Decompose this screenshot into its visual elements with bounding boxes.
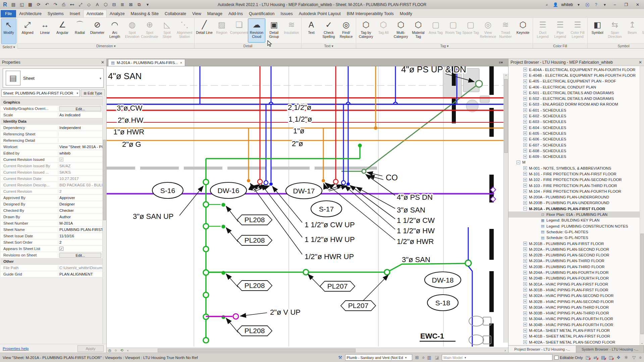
edit-button[interactable]: Edit... bbox=[59, 253, 101, 258]
aligned-dimension-icon[interactable]: ⤢ bbox=[77, 2, 84, 8]
user-icon[interactable]: 👤 bbox=[552, 2, 558, 8]
tree-scrollbar[interactable]: ⌄ bbox=[640, 66, 644, 345]
tag-icon[interactable]: ◇ bbox=[86, 2, 92, 8]
restore-button[interactable]: ❐ bbox=[622, 1, 631, 8]
browser-row[interactable]: ▤ Legend: PLUMBING CONSTRUCTION NOTES bbox=[508, 223, 644, 229]
close-view-icon[interactable]: × bbox=[180, 61, 182, 65]
ribbon-button[interactable]: ∠ Angular bbox=[54, 18, 71, 43]
property-row[interactable]: Current Revision Issued ... SK/KS SK/KS … bbox=[1, 169, 102, 176]
browser-row[interactable]: + E-503 - ENLARGED DORM ROOM AND RA ROOM bbox=[508, 102, 644, 107]
navigation-wheel-icon[interactable]: ◎ bbox=[107, 348, 113, 353]
horizontal-scrollbar[interactable] bbox=[131, 348, 502, 353]
close-icon[interactable]: ✕ bbox=[101, 60, 104, 65]
property-row[interactable]: Sheet Number M-201A M-201A ✓ bbox=[1, 220, 102, 227]
ribbon-button[interactable]: ☁ Revision Cloud bbox=[248, 18, 265, 43]
ribbon-tab[interactable]: Insert bbox=[67, 10, 83, 17]
tree-expander[interactable]: + bbox=[523, 329, 527, 333]
ribbon-panel-label[interactable]: Dimension ▾ bbox=[18, 43, 194, 48]
property-row[interactable]: Scale As indicated As indicated ✓ bbox=[1, 112, 102, 118]
tree-expander[interactable]: + bbox=[523, 149, 527, 153]
property-row[interactable]: Sheet Sort Order 2 2 ✓ bbox=[1, 239, 102, 246]
tree-expander[interactable]: + bbox=[523, 282, 527, 286]
ribbon-button[interactable]: ❏ Component bbox=[230, 18, 248, 43]
browser-row[interactable]: + M-304B - HVAC PIPING PLAN-FOURTH FLOOR bbox=[508, 322, 644, 327]
active-workset-dropdown[interactable]: Plumb - Sanitary and Vent (Not Ed▾ bbox=[345, 354, 412, 361]
ribbon-tab[interactable]: Add-Ins bbox=[225, 10, 246, 17]
tree-expander[interactable]: + bbox=[523, 97, 527, 101]
browser-row[interactable]: + E-606 - SCHEDULES bbox=[508, 136, 644, 142]
measure-icon[interactable]: ⊷ bbox=[69, 2, 75, 8]
browser-row[interactable]: + M-302B - HVAC PIPING PLAN-SECOND FLOOR bbox=[508, 299, 644, 304]
worksets-icon[interactable]: ⚒ bbox=[337, 355, 343, 360]
tree-expander[interactable]: + bbox=[523, 277, 527, 280]
tree-expander[interactable]: + bbox=[523, 305, 527, 309]
ribbon-tab[interactable]: Collaborate bbox=[162, 10, 189, 17]
ribbon-button[interactable]: ↥ Beam bbox=[624, 18, 641, 43]
browser-row[interactable]: + E-607 - SCHEDULES bbox=[508, 142, 644, 148]
redo-icon[interactable]: ↷ bbox=[52, 2, 58, 8]
tree-expander[interactable]: + bbox=[523, 155, 527, 159]
browser-row[interactable]: + M-401A - SHEET METAL PLAN-FIRST FLOOR bbox=[508, 327, 644, 333]
browser-row[interactable]: + M-303A - HVAC PIPING PLAN-THIRD FLOOR bbox=[508, 304, 644, 310]
ribbon-button[interactable]: ☰ Color Fill Legend bbox=[569, 18, 586, 43]
ribbon-panel-label[interactable]: Select ▾ bbox=[0, 45, 17, 49]
ribbon-button[interactable]: ▨ Region bbox=[213, 18, 230, 43]
property-row[interactable]: File Path C:\Users\t_whitbr\Docume... C:… bbox=[1, 265, 102, 271]
browser-row[interactable]: + E-602 - SCHEDULES bbox=[508, 113, 644, 119]
browser-row[interactable]: + M-402A - SHEET METAL PLAN-SECOND FLOOR bbox=[508, 339, 644, 345]
ribbon-button[interactable]: ⤢ Aligned bbox=[19, 18, 36, 43]
browser-row[interactable]: − M-201A - PLUMBING PLAN-FIRST FLOOR bbox=[508, 206, 644, 212]
ribbon-button[interactable]: ▢ Space Tag bbox=[462, 18, 479, 43]
browser-row[interactable]: + M-304A - HVAC PIPING PLAN-FOURTH FLOOR bbox=[508, 316, 644, 322]
property-row[interactable]: Other ✓ bbox=[1, 258, 102, 265]
tree-expander[interactable]: − bbox=[517, 161, 520, 164]
ribbon-button[interactable]: ⬡ Multi- Category bbox=[392, 18, 410, 43]
checkbox[interactable]: ✓ bbox=[59, 158, 63, 162]
tree-expander[interactable]: + bbox=[523, 108, 527, 112]
ribbon-button[interactable]: ↖ Modify bbox=[1, 18, 16, 44]
browser-row[interactable]: + M-301A - HVAC PIPING PLAN-FIRST FLOOR bbox=[508, 281, 644, 287]
tree-expander[interactable]: + bbox=[523, 91, 527, 95]
editable-elements-icon[interactable]: ⊞ bbox=[414, 355, 420, 360]
browser-row[interactable]: + M-203A - PLUMBING PLAN-THIRD FLOOR bbox=[508, 258, 644, 264]
property-row[interactable]: Approved By Approver Approver ✓ bbox=[1, 195, 102, 201]
browser-bottom-tab[interactable]: Project Browser - LTU Housing -... bbox=[508, 346, 576, 353]
properties-help-link[interactable]: Properties help bbox=[3, 347, 29, 351]
browser-row[interactable]: + E-502 - ELECTRICAL DETAILS AND DIAGRAM… bbox=[508, 96, 644, 101]
properties-header[interactable]: Properties ✕ bbox=[0, 59, 106, 66]
properties-scrollbar[interactable] bbox=[102, 96, 106, 344]
switch-windows-icon[interactable]: ⧉ bbox=[136, 2, 142, 8]
thin-lines-icon[interactable]: ≣ bbox=[119, 2, 125, 8]
ribbon-button[interactable]: ↔ Linear bbox=[36, 18, 54, 43]
edit-type-button[interactable]: ⊞ Edit Type bbox=[81, 89, 105, 97]
browser-row[interactable]: + M-203B - PLUMBING PLAN-THIRD FLOOR bbox=[508, 264, 644, 269]
ribbon-tab[interactable]: Analyze bbox=[107, 10, 127, 17]
zoom-icon[interactable]: ○ bbox=[113, 348, 119, 352]
property-row[interactable]: Current Revision Descrip... BID PACKAGE … bbox=[1, 182, 102, 188]
tree-expander[interactable]: + bbox=[523, 242, 527, 245]
browser-bottom-tab[interactable]: System Browser - LTU Housing -... bbox=[576, 346, 644, 353]
tree-expander[interactable]: + bbox=[523, 311, 527, 315]
relinquish-icon[interactable]: ◳✗ bbox=[585, 355, 590, 360]
tree-expander[interactable]: + bbox=[523, 340, 527, 344]
tree-expander[interactable]: + bbox=[523, 143, 527, 147]
ribbon-button[interactable]: ⌒ Radial bbox=[71, 18, 89, 43]
tree-expander[interactable]: + bbox=[523, 335, 527, 338]
browser-row[interactable]: + E-601 - SCHEDULES bbox=[508, 107, 644, 113]
property-row[interactable]: Sheet Name PLUMBING PLAN-FIRST FL... PLU… bbox=[1, 227, 102, 233]
ribbon-button[interactable]: ⬡ Tag by Category bbox=[357, 18, 375, 43]
browser-row[interactable]: + E-404B - ELECTRICAL EQUIPMENT PLAN-FOU… bbox=[508, 72, 644, 78]
property-row[interactable]: Drawn By Author Author ✓ bbox=[1, 214, 102, 220]
drawing-canvas[interactable]: S-16 DW-16 DW-17 S-17 DW-18 S-18 PL208 P… bbox=[107, 66, 508, 348]
property-row[interactable]: Edited by whiteb whiteb ✓ bbox=[1, 150, 102, 157]
type-selector[interactable]: ▤ Sheet ▾ bbox=[3, 68, 104, 88]
ribbon-button[interactable]: ☰ Pipe Legend bbox=[551, 18, 569, 43]
browser-row[interactable]: ▤ Schedule: G-PL-NOTES bbox=[508, 229, 644, 235]
browser-row[interactable]: + M-001 - NOTE, SYMBOLS, & ABBREVIATIONS bbox=[508, 165, 644, 171]
browser-row[interactable]: + M-202B - PLUMBING PLAN-SECOND FLOOR bbox=[508, 252, 644, 258]
property-row[interactable]: Current Revision Issued By SK/AZ SK/AZ ✓ bbox=[1, 163, 102, 169]
tree-expander[interactable]: + bbox=[523, 259, 527, 263]
tree-expander[interactable]: + bbox=[523, 114, 527, 118]
ribbon-panel-label[interactable]: Tag ▾ bbox=[356, 43, 533, 48]
ribbon-button[interactable]: ╱ Detail Line bbox=[196, 18, 213, 43]
